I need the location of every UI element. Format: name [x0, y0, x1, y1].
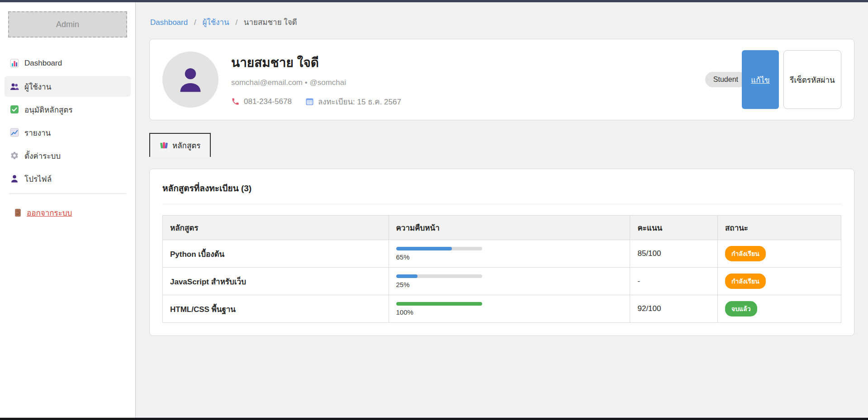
progress-bar	[396, 302, 482, 306]
avatar	[162, 52, 218, 108]
sidebar-item-settings[interactable]: ตั้งค่าระบบ	[5, 145, 131, 166]
course-name: HTML/CSS พื้นฐาน	[163, 295, 389, 323]
progress-label: 25%	[396, 281, 623, 288]
main-content: Dashboard / ผู้ใช้งาน / นายสมชาย ใจดี นา…	[136, 2, 868, 418]
tab-courses[interactable]: หลักสูตร	[149, 133, 211, 157]
sidebar: Admin Dashboard ผู้ใช้งาน อนุมัติหลักสูต…	[0, 2, 136, 418]
sidebar-nav: Dashboard ผู้ใช้งาน อนุมัติหลักสูตร รายง…	[0, 53, 135, 189]
registered-meta: ลงทะเบียน: 15 ธ.ค. 2567	[305, 95, 401, 108]
logout-link[interactable]: ออกจากระบบ	[14, 207, 72, 219]
chart-up-icon	[10, 128, 19, 137]
course-score: -	[630, 268, 718, 295]
sidebar-item-label: ตั้งค่าระบบ	[24, 150, 61, 162]
profile-name: นายสมชาย ใจดี	[231, 52, 705, 72]
admin-logo-box: Admin	[8, 11, 127, 38]
course-status-cell: กำลังเรียน	[717, 268, 841, 295]
app-shell: Admin Dashboard ผู้ใช้งาน อนุมัติหลักสูต…	[0, 2, 868, 418]
breadcrumb-current: นายสมชาย ใจดี	[244, 18, 297, 27]
profile-actions: Student แก้ไข รีเซ็ตรหัสผ่าน	[705, 50, 841, 109]
books-icon	[160, 141, 168, 150]
course-name: JavaScript สำหรับเว็บ	[163, 268, 389, 295]
phone-meta: 081-234-5678	[231, 97, 292, 106]
status-badge: จบแล้ว	[725, 301, 757, 316]
column-header-progress: ความคืบหน้า	[389, 216, 630, 240]
course-status-cell: กำลังเรียน	[717, 240, 841, 268]
reset-password-button[interactable]: รีเซ็ตรหัสผ่าน	[783, 50, 841, 109]
sidebar-item-label: โปรไฟล์	[24, 173, 52, 185]
bottom-strip	[0, 418, 868, 420]
tab-courses-label: หลักสูตร	[172, 139, 200, 151]
registered-date: ลงทะเบียน: 15 ธ.ค. 2567	[318, 95, 401, 108]
breadcrumb-link-dashboard[interactable]: Dashboard	[150, 18, 188, 27]
check-square-icon	[10, 105, 19, 114]
bar-chart-icon	[10, 59, 19, 68]
sidebar-divider	[9, 193, 126, 194]
sidebar-item-users[interactable]: ผู้ใช้งาน	[5, 76, 131, 97]
course-score: 85/100	[630, 240, 718, 268]
sidebar-item-profile[interactable]: โปรไฟล์	[5, 168, 131, 189]
course-status-cell: จบแล้ว	[717, 295, 841, 323]
table-row: HTML/CSS พื้นฐาน 100% 92/100 จบแล้ว	[163, 295, 841, 323]
door-icon	[14, 208, 22, 217]
role-badge: Student	[705, 72, 746, 87]
gear-icon	[10, 151, 19, 160]
column-header-status: สถานะ	[717, 216, 841, 240]
progress-label: 100%	[396, 308, 623, 316]
progress-label: 65%	[396, 253, 623, 261]
breadcrumb-link-users[interactable]: ผู้ใช้งาน	[202, 18, 229, 27]
sidebar-item-label: ผู้ใช้งาน	[24, 80, 51, 93]
phone-icon	[231, 97, 240, 106]
profile-meta: 081-234-5678 ลงทะเบียน: 15 ธ.ค. 2567	[231, 95, 705, 108]
courses-card: หลักสูตรที่ลงทะเบียน (3) หลักสูตร ความคื…	[149, 169, 854, 336]
course-score: 92/100	[630, 295, 718, 323]
sidebar-item-reports[interactable]: รายงาน	[5, 122, 131, 143]
courses-divider	[162, 204, 841, 204]
profile-card: นายสมชาย ใจดี somchai@email.com • @somch…	[149, 39, 854, 120]
sidebar-item-label: Dashboard	[24, 59, 62, 68]
table-row: JavaScript สำหรับเว็บ 25% - กำลังเรียน	[163, 268, 841, 295]
course-name: Python เบื้องต้น	[163, 240, 389, 268]
sidebar-item-course-approval[interactable]: อนุมัติหลักสูตร	[5, 99, 131, 120]
person-bust-icon	[176, 65, 205, 94]
sidebar-item-label: อนุมัติหลักสูตร	[24, 104, 73, 116]
progress-bar	[396, 274, 482, 278]
course-progress-cell: 25%	[389, 268, 630, 295]
status-badge: กำลังเรียน	[725, 274, 766, 289]
edit-button[interactable]: แก้ไข	[742, 50, 779, 109]
course-progress-cell: 100%	[389, 295, 630, 323]
status-badge: กำลังเรียน	[725, 246, 766, 261]
admin-logo-label: Admin	[56, 20, 79, 29]
courses-title: หลักสูตรที่ลงทะเบียน (3)	[162, 181, 841, 195]
course-progress-cell: 65%	[389, 240, 630, 268]
table-header-row: หลักสูตร ความคืบหน้า คะแนน สถานะ	[163, 216, 841, 240]
users-icon	[10, 82, 19, 91]
breadcrumb-separator: /	[235, 18, 237, 27]
breadcrumb: Dashboard / ผู้ใช้งาน / นายสมชาย ใจดี	[150, 16, 854, 28]
phone-number: 081-234-5678	[244, 97, 292, 106]
calendar-icon	[305, 97, 314, 106]
sidebar-item-dashboard[interactable]: Dashboard	[5, 53, 131, 74]
tab-row: หลักสูตร	[149, 133, 854, 157]
column-header-score: คะแนน	[630, 216, 718, 240]
breadcrumb-separator: /	[194, 18, 196, 27]
sidebar-item-label: รายงาน	[24, 127, 51, 139]
profile-email: somchai@email.com • @somchai	[231, 78, 705, 87]
table-row: Python เบื้องต้น 65% 85/100 กำลังเรียน	[163, 240, 841, 268]
courses-table: หลักสูตร ความคืบหน้า คะแนน สถานะ Python …	[162, 215, 841, 323]
person-icon	[10, 174, 19, 183]
progress-bar	[396, 247, 482, 250]
profile-info: นายสมชาย ใจดี somchai@email.com • @somch…	[231, 52, 705, 108]
column-header-course: หลักสูตร	[163, 216, 389, 240]
logout-label: ออกจากระบบ	[27, 207, 72, 219]
